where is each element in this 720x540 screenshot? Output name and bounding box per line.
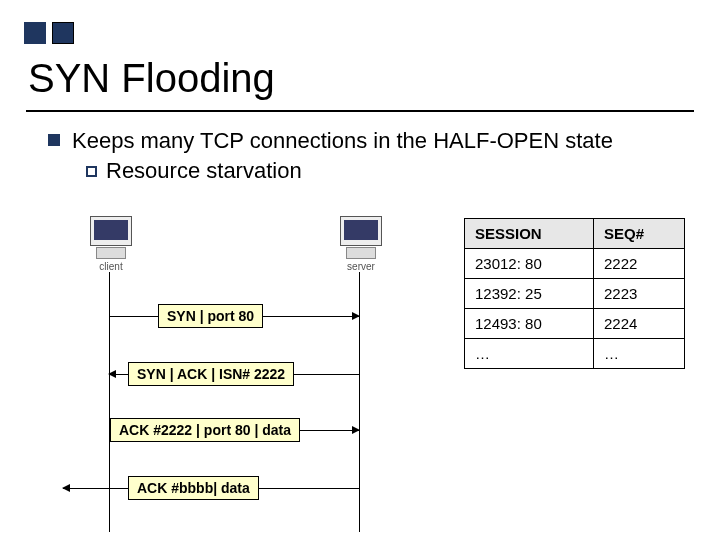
client-lifeline — [109, 272, 110, 532]
subbullet-icon — [86, 166, 97, 177]
bullet-icon — [48, 134, 60, 146]
slide-corner-decoration — [24, 22, 110, 44]
bullet-text-sub: Resource starvation — [106, 158, 302, 184]
title-underline — [26, 110, 694, 112]
slide-title: SYN Flooding — [28, 56, 275, 101]
th-seq: SEQ# — [594, 219, 685, 249]
th-session: SESSION — [465, 219, 594, 249]
table-row: 23012: 80 2222 — [465, 249, 685, 279]
server-label: server — [336, 261, 386, 272]
client-label: client — [86, 261, 136, 272]
session-table: SESSION SEQ# 23012: 80 2222 12392: 25 22… — [464, 218, 685, 369]
msg-synack: SYN | ACK | ISN# 2222 — [128, 362, 294, 386]
table-row: … … — [465, 339, 685, 369]
server-lifeline — [359, 272, 360, 532]
bullet-text-main: Keeps many TCP connections in the HALF-O… — [72, 128, 613, 154]
server-computer-icon: server — [336, 216, 386, 272]
msg-ack-bbbb: ACK #bbbb| data — [128, 476, 259, 500]
table-row: 12493: 80 2224 — [465, 309, 685, 339]
table-row: 12392: 25 2223 — [465, 279, 685, 309]
msg-ack-data: ACK #2222 | port 80 | data — [110, 418, 300, 442]
msg-syn: SYN | port 80 — [158, 304, 263, 328]
client-computer-icon: client — [86, 216, 136, 272]
